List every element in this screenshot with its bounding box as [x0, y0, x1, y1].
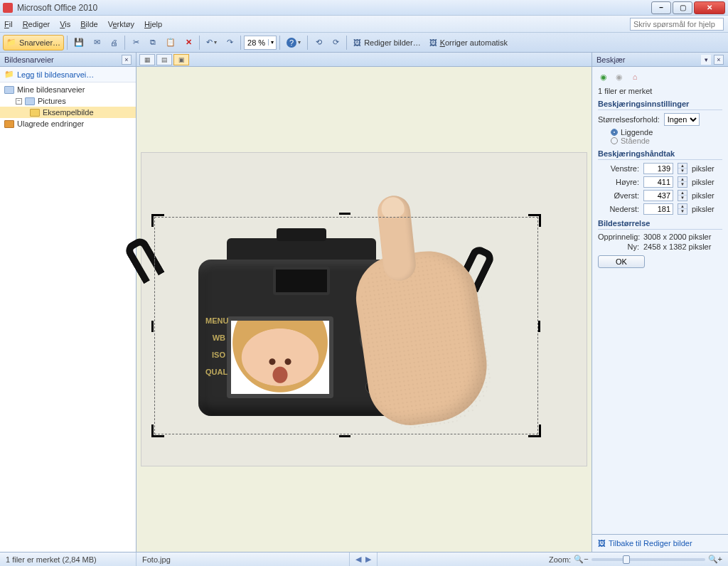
single-view-button[interactable]: ▣	[173, 54, 189, 65]
status-selection: 1 filer er merket (2,84 MB)	[0, 552, 136, 566]
zoom-field[interactable]: 28 %▾	[244, 36, 277, 50]
tree-root[interactable]: Mine bildesnarveier	[0, 84, 136, 95]
crop-settings-title: Beskjæringsinnstillinger	[598, 100, 722, 110]
zoom-in-button[interactable]: 🔍+	[708, 555, 722, 564]
home-icon[interactable]: ⌂	[629, 71, 641, 82]
window-minimize-button[interactable]	[651, 1, 671, 14]
crop-handle-right[interactable]	[538, 321, 540, 332]
menu-view[interactable]: Vis	[60, 20, 70, 28]
crop-top-input[interactable]	[643, 190, 673, 201]
crop-handle-bl[interactable]	[151, 424, 164, 437]
crop-handle-top[interactable]	[339, 213, 350, 215]
left-pane-close-icon[interactable]: ×	[122, 55, 132, 65]
image-size-title: Bildestørrelse	[598, 219, 722, 230]
ok-button[interactable]: OK	[598, 255, 645, 268]
orientation-portrait-radio[interactable]: Stående	[611, 137, 722, 145]
left-sidebar: Bildesnarveier × 📁Legg til bildesnarvei……	[0, 53, 136, 552]
portrait-in-lcd	[231, 321, 329, 394]
shortcuts-button[interactable]: 📁Snarveier…	[3, 35, 64, 50]
right-pane: Beskjær ▾ × ◉ ◉ ⌂ 1 filer er merket Besk…	[592, 53, 728, 552]
delete-button[interactable]: ✕	[181, 35, 196, 50]
mail-button[interactable]: ✉	[89, 35, 105, 50]
help-search-input[interactable]	[630, 18, 724, 31]
rotate-left-button[interactable]: ⟲	[311, 35, 326, 50]
edit-images-button[interactable]: 🖼Rediger bilder…	[350, 35, 424, 50]
back-icon[interactable]: ◉	[598, 71, 609, 82]
crop-left-input[interactable]	[643, 163, 673, 174]
right-pane-header: Beskjær ▾ ×	[592, 53, 728, 67]
toolbar: 📁Snarveier… 💾 ✉ 🖨 ✂ ⧉ 📋 ✕ ↶▾ ↷ 28 %▾ ?▾ …	[0, 33, 728, 53]
menu-bilde[interactable]: Bilde	[80, 20, 97, 28]
next-image-button[interactable]: ▶	[365, 555, 371, 564]
crop-right-spinner[interactable]: ▲▼	[678, 176, 687, 188]
crop-handle-tr[interactable]	[528, 214, 541, 227]
help-button[interactable]: ?▾	[283, 35, 304, 50]
app-icon	[3, 3, 13, 13]
orientation-landscape-radio[interactable]: Liggende	[611, 128, 722, 137]
save-button[interactable]: 💾	[70, 35, 87, 50]
crop-top-spinner[interactable]: ▲▼	[678, 190, 687, 201]
status-nav: ◀ ▶	[350, 552, 378, 566]
right-pane-close-icon[interactable]: ×	[714, 55, 724, 65]
new-size-value: 2458 x 1382 piksler	[643, 242, 711, 251]
crop-bottom-spinner[interactable]: ▲▼	[678, 203, 687, 215]
right-pane-title: Beskjær	[596, 55, 625, 64]
title-bar: Microsoft Office 2010	[0, 0, 728, 16]
cut-button[interactable]: ✂	[128, 35, 144, 50]
menu-help[interactable]: Hjelp	[144, 20, 162, 28]
tree-pictures[interactable]: −Pictures	[0, 95, 136, 107]
crop-left-spinner[interactable]: ▲▼	[678, 163, 687, 174]
copy-button[interactable]: ⧉	[145, 35, 161, 50]
add-shortcut-link[interactable]: 📁Legg til bildesnarvei…	[0, 67, 136, 82]
left-pane-title: Bildesnarveier	[4, 55, 54, 64]
zoom-out-button[interactable]: 🔍−	[574, 555, 588, 564]
original-size-value: 3008 x 2000 piksler	[643, 233, 711, 241]
crop-handle-tl[interactable]	[151, 214, 164, 227]
aspect-ratio-label: Størrelsesforhold:	[598, 115, 660, 124]
undo-button[interactable]: ↶▾	[203, 35, 220, 50]
menu-edit[interactable]: Rediger	[23, 20, 50, 28]
thumbnail-view-button[interactable]: ▦	[139, 54, 155, 65]
auto-correct-button[interactable]: 🖼Korriger automatisk	[426, 35, 511, 50]
camera-lcd	[227, 316, 333, 398]
menu-tools[interactable]: Verktøy	[108, 20, 134, 28]
menu-file[interactable]: FFilil	[4, 20, 13, 28]
paste-button[interactable]: 📋	[162, 35, 179, 50]
image-wrapper: MENUWBISOQUAL OK	[141, 153, 587, 466]
print-button[interactable]: 🖨	[106, 35, 122, 50]
app-title: Microsoft Office 2010	[17, 3, 97, 13]
filmstrip-view-button[interactable]: ▤	[156, 54, 172, 65]
left-pane-header: Bildesnarveier ×	[0, 53, 136, 67]
aspect-ratio-select[interactable]: Ingen	[664, 113, 700, 126]
crop-handle-br[interactable]	[528, 424, 541, 437]
tree-unsaved[interactable]: Ulagrede endringer	[0, 118, 136, 129]
prev-image-button[interactable]: ◀	[355, 555, 361, 564]
tree: Mine bildesnarveier −Pictures Eksempelbi…	[0, 82, 136, 552]
crop-handle-bottom[interactable]	[339, 435, 350, 437]
redo-button[interactable]: ↷	[222, 35, 237, 50]
camera-left-buttons: MENUWBISOQUAL	[205, 316, 225, 402]
forward-icon[interactable]: ◉	[614, 71, 625, 82]
canvas-area: ▦ ▤ ▣ MENUWBISOQUAL	[136, 53, 592, 552]
back-to-edit-link[interactable]: 🖼Tilbake til Rediger bilder	[592, 534, 728, 552]
view-tabs: ▦ ▤ ▣	[136, 53, 592, 67]
crop-handles-title: Beskjæringshåndtak	[598, 149, 722, 160]
crop-handle-left[interactable]	[151, 321, 154, 332]
selection-summary: 1 filer er merket	[598, 87, 722, 95]
status-filename: Foto.jpg	[136, 552, 350, 566]
help-search-container	[630, 18, 724, 31]
zoom-slider-thumb[interactable]	[623, 555, 630, 564]
zoom-slider[interactable]	[592, 558, 705, 561]
hand-illustration	[362, 210, 504, 437]
window-close-button[interactable]	[694, 1, 725, 14]
crop-bottom-input[interactable]	[643, 203, 673, 215]
image-area[interactable]: MENUWBISOQUAL OK	[136, 67, 592, 552]
right-pane-dropdown-icon[interactable]: ▾	[701, 55, 711, 65]
tree-example[interactable]: Eksempelbilde	[0, 107, 136, 118]
status-bar: 1 filer er merket (2,84 MB) Foto.jpg ◀ ▶…	[0, 552, 728, 566]
rotate-right-button[interactable]: ⟳	[328, 35, 343, 50]
window-maximize-button[interactable]	[673, 1, 692, 14]
crop-right-input[interactable]	[643, 176, 673, 188]
zoom-label: Zoom:	[549, 555, 571, 564]
menu-bar: FFilil Rediger Vis Bilde Verktøy Hjelp	[0, 16, 728, 33]
